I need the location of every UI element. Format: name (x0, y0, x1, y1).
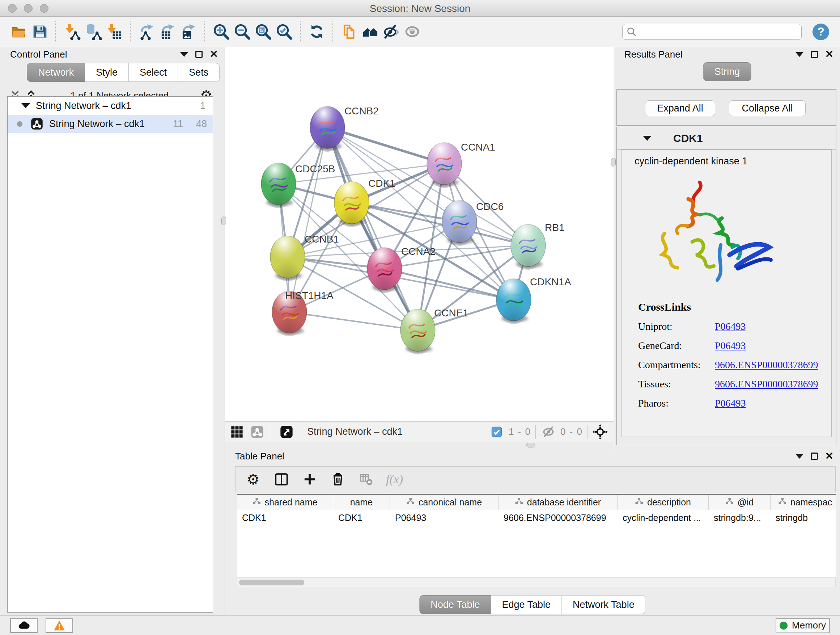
memory-button[interactable]: Memory (775, 618, 830, 633)
table-cell[interactable]: stringdb (771, 510, 836, 525)
clipboard-button[interactable] (339, 21, 360, 43)
expand-all-button[interactable]: Expand All (645, 100, 715, 116)
column-header--id[interactable]: @id (709, 495, 771, 510)
toolbar-separator (55, 21, 56, 42)
column-header-namespac[interactable]: namespac (771, 495, 836, 510)
node-CCNB1[interactable] (270, 236, 305, 281)
tab-network[interactable]: Network (27, 63, 85, 82)
tab-style[interactable]: Style (85, 63, 129, 82)
table-cell[interactable]: P06493 (390, 510, 499, 525)
network-home-button[interactable] (360, 21, 381, 43)
panel-menu-icon[interactable] (796, 454, 804, 459)
search-input[interactable] (637, 26, 798, 37)
selected-checkbox-icon[interactable] (488, 424, 505, 440)
node-CCNE1[interactable] (401, 309, 435, 355)
panel-menu-icon[interactable] (796, 52, 804, 57)
tab-sets[interactable]: Sets (178, 63, 219, 82)
crosslink-link[interactable]: 9606.ENSP00000378699 (715, 355, 818, 374)
panel-float-icon[interactable] (811, 51, 818, 58)
crosslink-link[interactable]: 9606.ENSP00000378699 (715, 374, 818, 394)
splitter-handle[interactable] (221, 217, 226, 225)
import-network-button[interactable] (62, 21, 82, 43)
tab-string[interactable]: String (703, 62, 752, 81)
zoom-fit-button[interactable] (253, 21, 273, 43)
export-network-button[interactable] (136, 21, 157, 43)
panel-close-icon[interactable]: ✕ (210, 51, 218, 58)
table-horizontal-scrollbar[interactable] (237, 578, 836, 587)
delete-column-icon[interactable] (330, 471, 346, 488)
tab-select[interactable]: Select (129, 63, 178, 82)
search-box[interactable] (622, 24, 802, 40)
column-header-database-identifier[interactable]: database identifier (499, 495, 617, 510)
export-image-button[interactable] (178, 21, 199, 43)
panel-float-icon[interactable] (195, 51, 202, 58)
show-graphics-details-button[interactable] (401, 21, 423, 43)
network-share-icon[interactable] (249, 424, 265, 440)
edge-CCNB2-CCNE1[interactable] (327, 127, 418, 330)
zoom-out-button[interactable] (232, 21, 253, 43)
collapse-triangle-icon[interactable] (21, 103, 30, 108)
edge-HIST1H1A-CCNE1[interactable] (289, 312, 418, 330)
show-columns-icon[interactable] (273, 471, 290, 488)
tab-edge-table[interactable]: Edge Table (491, 595, 562, 614)
warnings-button[interactable] (46, 618, 73, 633)
network-tree-row[interactable]: String Network – cdk11 (8, 97, 213, 115)
import-table-button[interactable] (103, 21, 125, 43)
node-CCNA2[interactable] (367, 247, 402, 293)
panel-close-icon[interactable]: ✕ (825, 453, 834, 460)
node-CCNA1[interactable] (427, 142, 462, 188)
cloud-button[interactable] (10, 618, 38, 633)
open-in-window-icon[interactable] (278, 424, 295, 440)
network-tree-row[interactable]: String Network – cdk11148 (8, 115, 213, 133)
splitter-handle[interactable] (611, 158, 616, 166)
splitter-handle[interactable] (526, 443, 535, 448)
edge-CCNB2-HIST1H1A[interactable] (289, 127, 327, 312)
export-table-button[interactable] (157, 21, 178, 43)
table-options-gear-icon[interactable]: ⚙ (245, 471, 262, 488)
network-graph[interactable]: CCNB2CCNA1CDC25BCDK1CDC6RB1CCNB1CCNA2CDK… (225, 47, 614, 421)
node-CDK1[interactable] (334, 181, 369, 227)
grid-view-icon[interactable] (229, 424, 245, 440)
refresh-button[interactable] (306, 21, 327, 43)
table-cell[interactable]: CDK1 (333, 510, 390, 525)
delete-table-icon (358, 471, 374, 488)
node-CCNB2[interactable] (310, 106, 345, 152)
zoom-in-button[interactable] (210, 21, 232, 43)
zoom-selected-button[interactable] (273, 21, 294, 43)
table-cell[interactable]: 9606.ENSP00000378699 (499, 510, 617, 525)
crosslink-link[interactable]: P06493 (715, 317, 746, 336)
panel-menu-icon[interactable] (180, 52, 188, 57)
scrollbar-thumb[interactable] (239, 580, 304, 585)
network-canvas[interactable]: CCNB2CCNA1CDC25BCDK1CDC6RB1CCNB1CCNA2CDK… (225, 47, 614, 421)
tab-network-table[interactable]: Network Table (562, 595, 646, 614)
column-header-canonical-name[interactable]: canonical name (390, 495, 499, 510)
table-row[interactable]: CDK1CDK1P064939606.ENSP00000378699cyclin… (237, 510, 836, 525)
node-CDC6[interactable] (442, 200, 477, 246)
results-entry-header[interactable]: CDK1 (617, 127, 836, 149)
results-panel-title: Results Panel (624, 49, 682, 60)
hide-selected-button[interactable] (381, 21, 401, 43)
save-session-button[interactable] (29, 21, 50, 43)
table-cell[interactable]: CDK1 (237, 510, 333, 525)
open-session-button[interactable] (8, 21, 29, 43)
column-header-description[interactable]: description (617, 495, 709, 510)
help-button[interactable]: ? (813, 24, 829, 40)
panel-close-icon[interactable]: ✕ (825, 51, 834, 58)
collapse-triangle-icon[interactable] (643, 136, 652, 141)
crosslink-link[interactable]: P06493 (715, 394, 746, 413)
add-column-icon[interactable] (302, 471, 318, 488)
tab-node-table[interactable]: Node Table (419, 595, 491, 614)
import-database-button[interactable] (82, 21, 103, 43)
node-CDC25B[interactable] (261, 163, 296, 208)
birds-eye-view-icon[interactable] (592, 424, 608, 440)
panel-float-icon[interactable] (811, 453, 818, 460)
node-RB1[interactable] (511, 224, 546, 270)
column-header-shared-name[interactable]: shared name (237, 495, 333, 510)
collapse-all-button[interactable]: Collapse All (729, 100, 806, 116)
node-CDKN1A[interactable] (496, 279, 531, 324)
table-cell[interactable]: cyclin-dependent ... (617, 510, 709, 525)
crosslink-link[interactable]: P06493 (715, 336, 746, 355)
table-cell[interactable]: stringdb:9... (709, 510, 771, 525)
column-header-name[interactable]: name (333, 495, 390, 510)
edge-CCNB2-CCNA1[interactable] (327, 127, 444, 164)
